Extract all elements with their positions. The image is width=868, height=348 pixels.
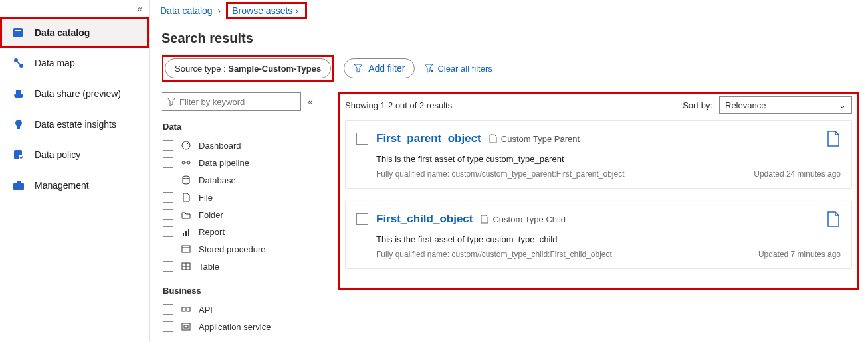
facet-item[interactable]: Stored procedure bbox=[162, 240, 322, 258]
page-title: Search results bbox=[150, 21, 868, 55]
nav-item-catalog[interactable]: Data catalog bbox=[0, 17, 149, 48]
svg-rect-32 bbox=[184, 325, 188, 328]
result-fqn: Fully qualified name: custom//custom_typ… bbox=[376, 250, 612, 259]
result-checkbox[interactable] bbox=[356, 213, 368, 225]
checkbox[interactable] bbox=[163, 140, 173, 151]
map-icon bbox=[12, 56, 25, 70]
nav-collapse-button[interactable]: « bbox=[0, 0, 149, 17]
svg-rect-0 bbox=[13, 28, 23, 37]
facet-item[interactable]: Database bbox=[162, 171, 322, 189]
result-type: Custom Type Child bbox=[481, 215, 566, 224]
nav-item-policy[interactable]: Data policy bbox=[0, 139, 149, 170]
add-filter-button[interactable]: Add filter bbox=[344, 58, 415, 78]
checkbox[interactable] bbox=[163, 192, 173, 203]
checkbox[interactable] bbox=[163, 261, 173, 272]
filter-placeholder: Filter by keyword bbox=[179, 97, 245, 107]
facet-item[interactable]: API bbox=[162, 301, 322, 318]
left-nav: « Data catalog Data map Data share (prev… bbox=[0, 0, 150, 342]
svg-point-17 bbox=[182, 161, 185, 164]
facet-item[interactable]: Folder bbox=[162, 206, 322, 223]
document-icon bbox=[826, 130, 841, 147]
facet-label: Database bbox=[199, 175, 236, 185]
facet-item[interactable]: Report bbox=[162, 223, 322, 240]
result-card: First_child_objectCustom Type ChildThis … bbox=[345, 201, 852, 269]
facet-item[interactable]: Dashboard bbox=[162, 137, 322, 154]
chevron-right-icon: › bbox=[295, 5, 298, 16]
sort-dropdown[interactable]: Relevance ⌄ bbox=[719, 96, 852, 114]
applied-filter-chip[interactable]: Source type : Sample-Custom-Types bbox=[165, 58, 331, 78]
breadcrumb: Data catalog › Browse assets › bbox=[150, 0, 868, 21]
facet-item[interactable]: Data pipeline bbox=[162, 154, 322, 171]
svg-line-4 bbox=[17, 62, 20, 64]
sort-label: Sort by: bbox=[683, 100, 712, 110]
checkbox[interactable] bbox=[163, 304, 173, 315]
result-title-link[interactable]: First_child_object bbox=[376, 213, 473, 226]
result-description: This is the first asset of type custom_t… bbox=[376, 234, 841, 244]
svg-rect-23 bbox=[188, 229, 189, 236]
svg-point-5 bbox=[14, 93, 23, 98]
result-checkbox[interactable] bbox=[356, 133, 368, 145]
filter-key: Source type bbox=[175, 64, 221, 74]
facet-label: Table bbox=[199, 262, 219, 272]
checkbox[interactable] bbox=[163, 209, 173, 220]
bulb-icon bbox=[12, 118, 25, 131]
facet-label: Dashboard bbox=[199, 141, 241, 151]
clear-filters-button[interactable]: Clear all filters bbox=[424, 64, 492, 74]
nav-item-map[interactable]: Data map bbox=[0, 48, 149, 78]
result-card: First_parent_objectCustom Type ParentThi… bbox=[345, 120, 852, 189]
facet-type-icon bbox=[180, 139, 192, 151]
file-icon bbox=[481, 215, 488, 224]
nav-item-management[interactable]: Management bbox=[0, 170, 149, 201]
svg-rect-21 bbox=[183, 233, 184, 236]
facet-collapse-button[interactable]: « bbox=[308, 96, 313, 107]
svg-line-16 bbox=[186, 143, 188, 145]
svg-point-20 bbox=[183, 176, 189, 179]
filter-value: Sample-Custom-Types bbox=[228, 64, 321, 74]
facet-label: File bbox=[199, 193, 213, 203]
svg-rect-29 bbox=[182, 307, 185, 311]
nav-item-insights[interactable]: Data estate insights bbox=[0, 109, 149, 139]
nav-label: Data map bbox=[35, 58, 75, 68]
checkbox[interactable] bbox=[163, 157, 173, 168]
facet-item[interactable]: Application service bbox=[162, 318, 322, 335]
facet-label: API bbox=[199, 305, 213, 315]
facet-item[interactable]: File bbox=[162, 189, 322, 206]
nav-item-share[interactable]: Data share (preview) bbox=[0, 78, 149, 109]
result-description: This is the first asset of type custom_t… bbox=[376, 154, 841, 164]
add-filter-label: Add filter bbox=[368, 63, 405, 74]
sort-value: Relevance bbox=[725, 100, 766, 110]
svg-rect-31 bbox=[182, 323, 190, 330]
svg-rect-1 bbox=[15, 30, 21, 31]
checkbox[interactable] bbox=[163, 244, 173, 254]
svg-rect-6 bbox=[16, 90, 21, 94]
result-updated: Updated 24 minutes ago bbox=[754, 169, 841, 179]
checkbox[interactable] bbox=[163, 226, 173, 237]
facet-type-icon bbox=[180, 304, 192, 315]
checkbox[interactable] bbox=[163, 175, 173, 185]
filter-keyword-input[interactable]: Filter by keyword bbox=[162, 92, 301, 111]
facet-label: Application service bbox=[199, 322, 271, 332]
document-icon bbox=[826, 211, 841, 228]
nav-label: Management bbox=[35, 180, 89, 191]
result-type: Custom Type Parent bbox=[489, 134, 580, 144]
nav-label: Data policy bbox=[35, 149, 80, 160]
facet-label: Folder bbox=[199, 210, 223, 220]
breadcrumb-current-label: Browse assets bbox=[232, 5, 292, 16]
result-updated: Updated 7 minutes ago bbox=[758, 250, 841, 259]
nav-label: Data share (preview) bbox=[35, 88, 121, 99]
facet-type-icon bbox=[180, 191, 192, 203]
checkbox[interactable] bbox=[163, 321, 173, 332]
facet-label: Report bbox=[199, 227, 225, 237]
result-title-link[interactable]: First_parent_object bbox=[376, 132, 481, 145]
svg-rect-8 bbox=[17, 126, 20, 129]
clear-filters-label: Clear all filters bbox=[437, 64, 492, 74]
toolbox-icon bbox=[12, 179, 25, 192]
svg-rect-12 bbox=[17, 181, 21, 184]
facet-type-icon bbox=[180, 321, 192, 333]
svg-point-18 bbox=[187, 161, 190, 164]
facet-type-icon bbox=[180, 174, 192, 186]
facet-item[interactable]: Table bbox=[162, 258, 322, 275]
breadcrumb-current[interactable]: Browse assets › bbox=[229, 5, 304, 16]
breadcrumb-root[interactable]: Data catalog bbox=[160, 5, 213, 16]
funnel-add-icon bbox=[354, 64, 363, 73]
